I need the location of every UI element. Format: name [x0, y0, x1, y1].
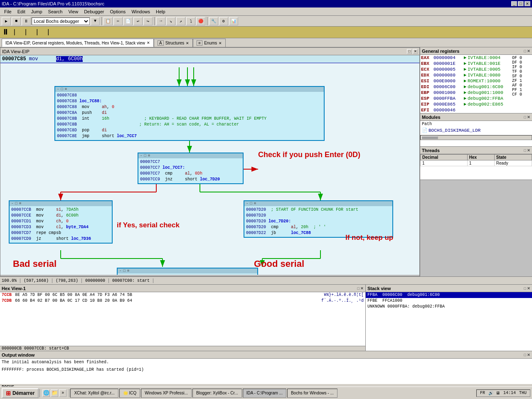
- start-button[interactable]: ⊞ Démarrer: [2, 388, 39, 398]
- toolbar-btn-step3[interactable]: ↗: [176, 17, 185, 25]
- toolbar-btn-bp[interactable]: 🔴: [196, 17, 205, 25]
- threads-float-btn[interactable]: □: [524, 148, 526, 153]
- tab-structures[interactable]: A Structures ✕: [154, 39, 193, 47]
- taskbar-app-blogger[interactable]: Blogger: XyliBox - Cr...: [192, 389, 242, 398]
- toolbar-btn-6[interactable]: ↪: [143, 17, 153, 25]
- block3-btn1[interactable]: -: [11, 202, 13, 206]
- threads-close-btn[interactable]: ✕: [527, 148, 530, 153]
- reg-ecx: ECX 00000005 ► IVTABLE:0005: [420, 66, 511, 72]
- reg-close-btn[interactable]: ✕: [527, 49, 530, 53]
- play-button[interactable]: ▶: [2, 17, 11, 25]
- ida-view-header-controls: □ ✕: [407, 49, 418, 54]
- taskbar-arrow-btn[interactable]: »: [59, 389, 66, 397]
- block2-btn3[interactable]: ≡: [148, 154, 150, 158]
- tab-enums-close[interactable]: ✕: [219, 41, 222, 45]
- modules-scrollbar-thumb[interactable]: [421, 136, 438, 139]
- block4-btn1[interactable]: -: [246, 202, 248, 206]
- toolbar-btn-8[interactable]: ⚙: [219, 17, 228, 25]
- stop-button[interactable]: ■: [12, 17, 21, 25]
- menu-view[interactable]: View: [66, 9, 81, 15]
- tab-structures-icon: A: [158, 40, 164, 46]
- title-bar: IDA - C:\Program Files\IDA Pro v6.110315…: [0, 0, 532, 7]
- block5-btn2[interactable]: □: [123, 269, 125, 273]
- toolbar-btn-7[interactable]: 🔧: [209, 17, 218, 25]
- toolbar-btn-step[interactable]: →: [156, 17, 165, 25]
- block4-btn2[interactable]: □: [250, 202, 252, 206]
- menu-search[interactable]: Search: [46, 9, 65, 15]
- stack-float-btn[interactable]: □: [524, 286, 526, 291]
- menu-file[interactable]: File: [2, 9, 14, 15]
- tab-structures-close[interactable]: ✕: [186, 41, 189, 45]
- block1-btn2[interactable]: □: [61, 87, 63, 91]
- toolbar-btn-4[interactable]: 📄: [123, 17, 133, 25]
- maximize-button[interactable]: □: [518, 1, 524, 6]
- block5-btn3[interactable]: ≡: [127, 269, 129, 273]
- annotation-good-serial: Good serial: [254, 259, 304, 269]
- asm-top-operands: di, 6C00h: [56, 56, 83, 62]
- taskbar-ie-btn[interactable]: 🌐: [42, 389, 50, 397]
- menu-jump[interactable]: Jump: [29, 9, 45, 15]
- menu-help[interactable]: Help: [153, 9, 168, 15]
- block3-btn2[interactable]: □: [15, 202, 17, 206]
- toolbar-btn-5[interactable]: ↩: [133, 17, 143, 25]
- block5-btn1[interactable]: -: [119, 269, 121, 273]
- modules-panel: Modules □ ✕ Path 📄 BOCHS_DISKIMAGE_LDR: [420, 113, 532, 147]
- module-icon: 📄: [422, 128, 429, 133]
- clock-time: 14:14: [503, 391, 516, 396]
- tab-main-close[interactable]: ✕: [147, 41, 150, 45]
- hex-line-2: 7CDB 66 60 B4 02 B7 00 BA 0C 17 CD 10 B8…: [0, 298, 365, 304]
- toolbar-btn-3[interactable]: ✂: [113, 17, 123, 25]
- toolbar-btn-run-to[interactable]: ⤵: [186, 17, 195, 25]
- menu-options[interactable]: Options: [107, 9, 128, 15]
- start-flag-icon: ⊞: [6, 390, 11, 397]
- taskbar-app-xchat[interactable]: XChat: Xylitol @irc.r...: [70, 389, 118, 398]
- stack-close-btn[interactable]: ✕: [527, 286, 530, 291]
- registers-header: General registers □ ✕: [420, 47, 532, 55]
- close-button[interactable]: ✕: [525, 1, 530, 6]
- stack-line-1: FFBA 00006C00 debug001:6C00: [366, 292, 532, 298]
- toolbar-btn-1[interactable]: ▼: [91, 17, 100, 25]
- ida-float-btn[interactable]: □: [407, 49, 412, 54]
- toolbar-btn-step2[interactable]: ↘: [166, 17, 175, 25]
- taskbar-app-icq[interactable]: 🌟 ICQ: [119, 389, 140, 398]
- block3-btn3[interactable]: ≡: [19, 202, 21, 206]
- pause-button[interactable]: ⏸: [22, 17, 31, 25]
- taskbar-app-winxp[interactable]: Windows XP Professi...: [141, 389, 192, 398]
- menu-edit[interactable]: Edit: [15, 9, 28, 15]
- block2-btn2[interactable]: □: [144, 154, 146, 158]
- taskbar-sep2: [69, 389, 69, 397]
- block2-btn1[interactable]: -: [140, 154, 142, 158]
- reg-float-btn[interactable]: □: [524, 49, 526, 53]
- debugger-select[interactable]: Local Bochs debugger: [32, 17, 90, 25]
- modules-scrollbar[interactable]: [420, 135, 532, 140]
- block2-line3: 00007CC9 jnz short loc_7D20: [140, 177, 241, 182]
- modules-controls: □ ✕: [524, 115, 530, 119]
- output-float-btn[interactable]: □: [524, 353, 526, 357]
- block1-btn3[interactable]: ≡: [65, 87, 67, 91]
- block1-btn1[interactable]: -: [57, 87, 59, 91]
- block1-line7: 00007C8E jmp short loc_7CC7: [57, 133, 322, 139]
- menu-debugger[interactable]: Debugger: [81, 9, 106, 15]
- modules-float-btn[interactable]: □: [524, 115, 526, 119]
- reg-ebx: EBX 0000001E ► IVTABLE:001E: [420, 61, 511, 66]
- stack-view-header: Stack view □ ✕: [366, 285, 532, 292]
- block4-line1: 00007D20: [246, 213, 391, 219]
- output-close-btn[interactable]: ✕: [527, 353, 530, 357]
- block4-btn3[interactable]: ≡: [254, 202, 256, 206]
- graph-area[interactable]: - □ ≡ 00007C88 00007C88 loc_7C88: 00007C…: [0, 63, 419, 275]
- toolbar-btn-2[interactable]: 📋: [103, 17, 113, 25]
- minimize-button[interactable]: _: [511, 1, 517, 6]
- tab-enums[interactable]: ≡ Enums ✕: [193, 39, 226, 47]
- taskbar-app-bochs[interactable]: Bochs for Windows - ...: [287, 389, 337, 398]
- hex-float-btn[interactable]: □: [357, 286, 360, 291]
- menu-windows[interactable]: Windows: [129, 9, 153, 15]
- taskbar-app-ida[interactable]: IDA - C:\Program ...: [243, 389, 286, 398]
- registers-controls: □ ✕: [524, 49, 530, 53]
- modules-close-btn[interactable]: ✕: [527, 115, 530, 119]
- taskbar-folder-btn[interactable]: 📁: [51, 389, 58, 397]
- tab-main[interactable]: IDA View-EIP, General registers, Modules…: [2, 39, 154, 47]
- ida-close-btn[interactable]: ✕: [413, 49, 418, 54]
- toolbar-btn-9[interactable]: 📊: [229, 17, 238, 25]
- asm-top-line: 00007C85 mov di, 6C00h: [0, 55, 419, 63]
- hex-close-btn[interactable]: ✕: [360, 286, 364, 291]
